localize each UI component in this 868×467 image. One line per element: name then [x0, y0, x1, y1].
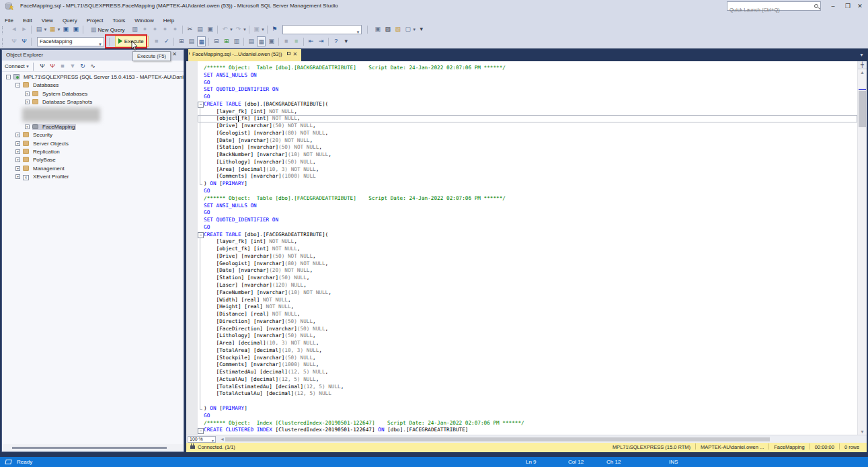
analysis-xmla-query-icon[interactable]: ● — [161, 24, 169, 34]
code-line[interactable]: SET ANSI_NULLS ON — [198, 72, 857, 79]
vertical-scrollbar[interactable]: ┿ ▲ ▼ — [857, 61, 867, 435]
code-line[interactable]: SET QUOTED_IDENTIFIER ON — [198, 217, 857, 224]
code-line[interactable]: [FaceDirection] [nvarchar](50) NULL, — [198, 326, 857, 333]
toolbar-overflow-icon[interactable]: ▾ — [417, 24, 426, 34]
tab-close-icon[interactable]: ✕ — [292, 51, 297, 57]
code-line[interactable]: [Station] [nvarchar](50) NOT NULL, — [198, 144, 857, 151]
database-engine-query-icon[interactable]: ▥ — [130, 24, 139, 34]
chevron-down-icon[interactable]: ▼ — [43, 28, 47, 32]
expand-icon[interactable]: + — [25, 92, 30, 96]
code-line[interactable]: [Drive] [nvarchar](50) NOT NULL, — [198, 253, 857, 260]
tree-item-polybase[interactable]: +PolyBase — [2, 156, 184, 164]
nav-forward-icon[interactable]: ► — [19, 24, 28, 34]
nav-backward-icon[interactable]: ◄ — [9, 24, 18, 34]
chevron-down-icon[interactable]: ▼ — [56, 28, 61, 32]
expand-icon[interactable]: + — [15, 157, 20, 162]
code-line[interactable]: [Stockpile] [nvarchar](50) NULL, — [198, 355, 857, 362]
live-query-statistics-icon[interactable]: ⊞ — [222, 36, 231, 46]
scroll-left-icon[interactable]: ◄ — [220, 437, 225, 441]
code-line[interactable]: [EstimatedAu] [decimal](12, 5) NULL, — [198, 369, 857, 376]
toolbox-icon[interactable]: ▧ — [393, 24, 402, 34]
code-line[interactable]: SET QUOTED_IDENTIFIER ON — [198, 86, 857, 94]
code-line[interactable]: [layer_fk] [int] NOT NULL, — [198, 238, 857, 246]
uncomment-lines-icon[interactable]: ≡ — [292, 36, 301, 46]
tree-item-mpl71-sqlexpress-sql-server-[interactable]: −MPL71\SQLEXPRESS (SQL Server 15.0.4153 … — [2, 73, 184, 81]
code-line[interactable]: GO — [198, 94, 857, 101]
chevron-down-icon[interactable]: ▼ — [243, 28, 247, 32]
disconnect-icon[interactable]: Ψ — [48, 62, 56, 71]
toolbar-grip[interactable] — [2, 26, 5, 34]
code-line[interactable]: [Lithology] [nvarchar](50) NULL, — [198, 159, 857, 166]
wrench-icon[interactable]: ▨ — [383, 24, 392, 34]
code-line[interactable]: [Comments] [nvarchar](1000) NULL, — [198, 361, 857, 369]
code-line[interactable]: GO — [198, 224, 857, 231]
query-options-icon[interactable]: ▤ — [187, 36, 196, 46]
tree-item-facemapping[interactable]: +FaceMapping — [2, 123, 184, 131]
code-line[interactable]: [Laser] [nvarchar](120) NULL, — [198, 282, 857, 289]
filter-icon[interactable]: ▼ — [68, 62, 77, 71]
copy-icon[interactable]: ▤ — [196, 24, 204, 34]
splitter-handle[interactable]: ┿ — [858, 61, 867, 69]
save-icon[interactable]: ▣ — [61, 24, 70, 34]
code-line[interactable]: [Comments] [nvarchar](1000) NULL — [198, 173, 857, 180]
code-line[interactable]: [Geologist] [nvarchar](80) NOT NULL, — [198, 260, 857, 268]
execute-button[interactable]: Execute — [115, 36, 149, 47]
include-actual-plan-icon[interactable]: ⊟ — [212, 36, 221, 46]
open-file-icon[interactable]: ▦ — [48, 24, 56, 34]
fold-collapse-icon[interactable] — [198, 427, 204, 434]
refresh-icon[interactable]: ↻ — [78, 62, 87, 71]
paste-icon[interactable]: ▣ — [206, 24, 214, 34]
save-all-icon[interactable]: ▣ — [71, 24, 80, 34]
results-to-text-icon[interactable]: ▤ — [247, 36, 255, 46]
comment-lines-icon[interactable]: ≡ — [282, 36, 290, 46]
code-line[interactable]: /****** Object: Index [ClusteredIndex-20… — [198, 420, 857, 427]
cut-icon[interactable]: ✂ — [186, 24, 194, 34]
code-line[interactable]: [ActualAu] [decimal](12, 5) NULL, — [198, 376, 857, 384]
scroll-up-icon[interactable]: ▲ — [858, 70, 867, 75]
connect-object-explorer-icon[interactable]: Ψ — [38, 62, 46, 71]
specify-template-parameters-icon[interactable]: ? — [331, 36, 340, 46]
fold-collapse-icon[interactable] — [198, 231, 204, 239]
code-line[interactable]: GO — [198, 188, 857, 195]
expand-icon[interactable]: + — [15, 141, 20, 146]
collapse-icon[interactable]: − — [15, 83, 20, 87]
code-line[interactable]: [Distance] [real] NOT NULL, — [198, 311, 857, 318]
available-databases-combobox[interactable]: FaceMapping▼ — [37, 37, 104, 46]
pin-flag-icon[interactable]: ⚑ — [270, 24, 279, 34]
code-line[interactable]: [TotalActualAu] [decimal](12, 5) NULL — [198, 390, 857, 398]
activity-monitor-icon[interactable]: ∿ — [88, 62, 97, 71]
toolbar-grip[interactable] — [2, 38, 5, 46]
increase-indent-icon[interactable]: ⇥ — [317, 36, 325, 46]
tree-item-system-databases[interactable]: +System Databases — [2, 90, 184, 98]
expand-icon[interactable]: + — [25, 100, 30, 104]
expand-icon[interactable]: + — [15, 174, 20, 179]
code-line[interactable]: [Date] [nvarchar](20) NOT NULL, — [198, 137, 857, 145]
code-line[interactable]: [Height] [real] NOT NULL, — [198, 303, 857, 311]
scroll-down-icon[interactable]: ▼ — [858, 429, 867, 434]
code-line[interactable]: /****** Object: Table [dbo].[FACEGRADEAT… — [198, 195, 857, 203]
document-tab[interactable]: FaceMapping.sql -...U\daniel.owen (53))✕ — [188, 49, 301, 61]
code-line[interactable]: [FaceNumber] [nvarchar](10) NOT NULL, — [198, 289, 857, 297]
code-line[interactable]: SET ANSI_NULLS ON — [198, 203, 857, 210]
chevron-down-icon[interactable]: ▼ — [261, 28, 265, 32]
horizontal-scrollbar-thumb[interactable] — [225, 437, 770, 441]
code-line[interactable]: [Drive] [nvarchar](50) NOT NULL, — [198, 122, 857, 130]
code-line[interactable]: GO — [198, 209, 857, 217]
undo-icon[interactable]: ↶ — [221, 24, 229, 34]
code-line[interactable]: CREATE TABLE [dbo].[FACEGRADEATTRIBUTE]( — [198, 231, 857, 239]
code-line[interactable]: CREATE CLUSTERED INDEX [ClusteredIndex-2… — [198, 427, 857, 434]
sqlcmd-query-icon[interactable]: ● — [171, 24, 180, 34]
code-line[interactable]: ) ON [PRIMARY] — [198, 180, 857, 188]
tree-item-database-snapshots[interactable]: +Database Snapshots — [2, 98, 184, 106]
code-line[interactable]: /****** Object: Table [dbo].[BACKGRADEAT… — [198, 65, 857, 72]
fold-collapse-icon[interactable] — [198, 101, 204, 108]
code-area[interactable]: /****** Object: Table [dbo].[BACKGRADEAT… — [198, 61, 857, 435]
code-line[interactable]: [Station] [nvarchar](50) NULL, — [198, 275, 857, 282]
code-line[interactable]: [TotalEstimatedAu] [decimal](12, 5) NULL… — [198, 384, 857, 391]
code-line[interactable]: [object_fk] [int] NOT NULL, — [198, 115, 857, 122]
expand-icon[interactable]: + — [25, 124, 30, 129]
expand-icon[interactable]: + — [15, 166, 20, 171]
code-line[interactable]: [Geologist] [nvarchar](80) NOT NULL, — [198, 130, 857, 137]
connect-dropdown[interactable]: Connect ▼ — [5, 63, 30, 69]
cancel-query-icon[interactable]: ■ — [152, 36, 161, 46]
